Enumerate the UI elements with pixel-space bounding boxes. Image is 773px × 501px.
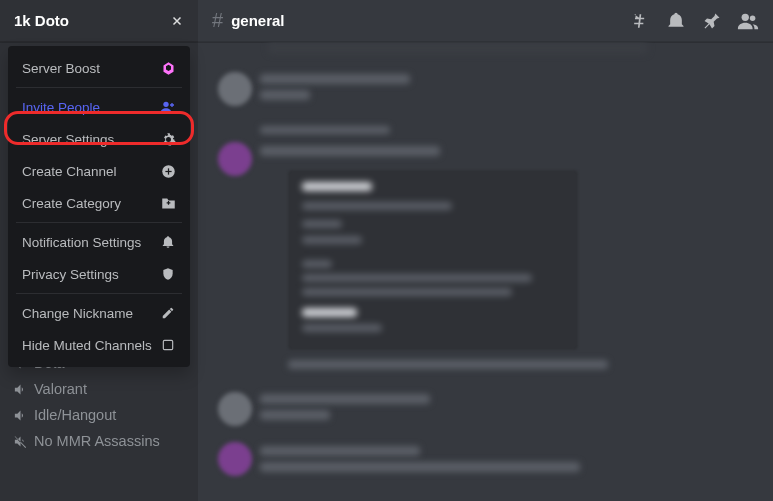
bell-icon[interactable] xyxy=(665,10,687,32)
menu-item-invite-people[interactable]: Invite People xyxy=(16,91,182,123)
menu-item-server-boost[interactable]: Server Boost xyxy=(16,52,182,84)
chat-messages-area xyxy=(198,42,773,501)
menu-label: Hide Muted Channels xyxy=(22,338,152,353)
main-panel: # general xyxy=(198,0,773,501)
checkbox-empty-icon xyxy=(160,337,176,353)
menu-item-create-category[interactable]: Create Category xyxy=(16,187,182,219)
speaker-icon xyxy=(12,407,28,423)
menu-item-create-channel[interactable]: Create Channel xyxy=(16,155,182,187)
blurred-text xyxy=(260,462,580,472)
server-header[interactable]: 1k Doto xyxy=(0,0,198,42)
menu-item-hide-muted[interactable]: Hide Muted Channels xyxy=(16,329,182,361)
voice-channel-item[interactable]: Valorant xyxy=(4,376,190,402)
menu-item-server-settings[interactable]: Server Settings xyxy=(16,123,182,155)
members-icon[interactable] xyxy=(737,10,759,32)
menu-label: Invite People xyxy=(22,100,100,115)
plus-circle-icon xyxy=(160,163,176,179)
blurred-text xyxy=(260,394,430,404)
svg-point-3 xyxy=(742,13,749,20)
gear-icon xyxy=(160,131,176,147)
svg-point-0 xyxy=(163,102,168,107)
blurred-embed xyxy=(288,170,578,350)
blurred-avatar xyxy=(218,72,252,106)
blurred-text xyxy=(260,74,410,84)
menu-item-privacy-settings[interactable]: Privacy Settings xyxy=(16,258,182,290)
server-sidebar: 1k Doto Server Boost Invite People Se xyxy=(0,0,198,501)
menu-item-change-nickname[interactable]: Change Nickname xyxy=(16,297,182,329)
menu-label: Privacy Settings xyxy=(22,267,119,282)
blurred-text xyxy=(260,146,440,156)
blurred-text xyxy=(288,360,608,369)
speaker-muted-icon xyxy=(12,433,28,449)
blurred-text xyxy=(260,446,420,456)
menu-separator xyxy=(16,293,182,294)
menu-label: Change Nickname xyxy=(22,306,133,321)
blurred-text xyxy=(260,126,390,134)
svg-rect-2 xyxy=(163,340,172,349)
shield-icon xyxy=(160,266,176,282)
blurred-avatar xyxy=(218,392,252,426)
speaker-icon xyxy=(12,381,28,397)
threads-icon[interactable] xyxy=(629,10,651,32)
menu-label: Server Settings xyxy=(22,132,114,147)
channel-name-header: general xyxy=(231,12,284,29)
pin-icon[interactable] xyxy=(701,10,723,32)
channel-name: Idle/Hangout xyxy=(34,407,116,423)
hash-icon: # xyxy=(212,9,223,32)
menu-label: Notification Settings xyxy=(22,235,141,250)
blurred-content xyxy=(268,42,648,54)
blurred-text xyxy=(260,90,310,100)
menu-separator xyxy=(16,222,182,223)
server-name: 1k Doto xyxy=(14,12,69,29)
svg-point-4 xyxy=(750,15,756,21)
menu-item-notification-settings[interactable]: Notification Settings xyxy=(16,226,182,258)
pencil-icon xyxy=(160,305,176,321)
menu-label: Create Channel xyxy=(22,164,117,179)
close-icon[interactable] xyxy=(170,14,184,28)
server-dropdown-menu: Server Boost Invite People Server Settin… xyxy=(8,46,190,367)
channel-name: Valorant xyxy=(34,381,87,397)
blurred-avatar xyxy=(218,142,252,176)
boost-icon xyxy=(160,60,176,76)
voice-channel-item[interactable]: No MMR Assassins xyxy=(4,428,190,454)
blurred-avatar xyxy=(218,442,252,476)
voice-channel-item[interactable]: Idle/Hangout xyxy=(4,402,190,428)
menu-label: Server Boost xyxy=(22,61,100,76)
menu-label: Create Category xyxy=(22,196,121,211)
add-user-icon xyxy=(160,99,176,115)
menu-separator xyxy=(16,87,182,88)
channel-topbar: # general xyxy=(198,0,773,42)
channel-name: No MMR Assassins xyxy=(34,433,160,449)
blurred-text xyxy=(260,410,330,420)
bell-icon xyxy=(160,234,176,250)
folder-plus-icon xyxy=(160,195,176,211)
